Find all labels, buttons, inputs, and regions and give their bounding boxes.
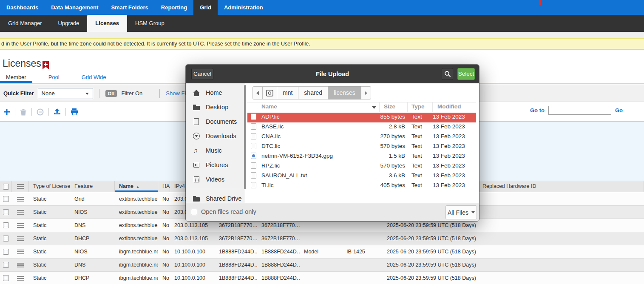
top-nav-item[interactable]: Grid [193,0,218,15]
file-name: netmri-VM-6152-F3D34.gpg [261,153,333,159]
top-nav-item[interactable]: Administration [218,0,270,15]
read-only-checkbox[interactable] [191,209,197,215]
hamburger-icon[interactable] [17,250,24,254]
cell-type-of-license: Static [29,272,70,284]
column-header-name[interactable]: Name▲ [115,181,158,192]
column-header-type[interactable]: Type of License [29,181,70,192]
table-toolbar [0,102,78,121]
upload-button[interactable] [54,108,61,115]
file-modified: 13 Feb 2023 [433,123,462,130]
license-view-tab[interactable]: Member [0,72,32,83]
breadcrumb-drive-button[interactable] [262,86,277,99]
breadcrumb-back-button[interactable] [252,86,263,99]
bookmark-icon[interactable] [43,61,49,71]
sub-nav-item[interactable]: Licenses [87,15,127,32]
table-row[interactable]: Static NIOS ibgm.techblue.net No 10.100.… [0,245,644,258]
sidebar-place-item[interactable]: Music [186,143,245,158]
file-column-modified[interactable]: Modified [437,103,461,110]
divider [99,89,99,98]
sort-ascending-icon: ▲ [136,185,139,189]
file-name: BASE.lic [261,123,284,130]
top-navigation: Dashboards Data Management Smart Folders… [0,0,644,15]
cell-name: extibns.techblue.n… [115,219,158,232]
column-header-replaced[interactable]: Replaced Hardware ID [478,181,644,192]
quick-filter-select[interactable]: None [38,88,93,99]
row-checkbox[interactable] [3,275,9,281]
file-size: 570 bytes [380,143,405,149]
row-checkbox[interactable] [3,236,9,241]
top-nav-item[interactable]: Smart Folders [105,0,154,15]
go-button[interactable]: Go [615,107,623,114]
file-row[interactable]: DTC.lic 570 bytes Text 13 Feb 2023 [247,142,476,152]
hamburger-icon[interactable] [17,184,24,189]
hamburger-icon[interactable] [17,210,24,215]
cancel-button[interactable]: Cancel [191,68,213,80]
sidebar-scrollbar[interactable] [244,85,246,189]
license-view-tab[interactable]: Grid Wide [76,72,112,83]
file-column-size[interactable]: Size [384,103,395,110]
license-view-tab[interactable]: Pool [43,72,65,83]
sidebar-place-item[interactable]: Downloads [186,129,245,143]
sub-nav-item[interactable]: HSM Group [127,15,173,32]
row-checkbox[interactable] [3,209,9,215]
cell-replaced-hardware-id [478,272,644,284]
hamburger-icon[interactable] [17,263,24,267]
sidebar-place-item[interactable]: Pictures [186,158,245,172]
row-checkbox[interactable] [3,222,9,228]
table-row[interactable]: Static DHCP ibgm.techblue.net No 10.100.… [0,272,644,284]
column-header-feature[interactable]: Feature [70,181,115,192]
minus-circle-icon [37,108,44,116]
search-button[interactable] [442,68,453,80]
cell-hardware-id-2: 1B888FD244D… [257,258,300,271]
select-button[interactable]: Select [457,68,475,80]
breadcrumb-forward-button[interactable] [361,86,371,99]
breadcrumb-segment[interactable]: shared [298,86,328,99]
column-header-ha[interactable]: HA [158,181,170,192]
file-row[interactable]: TI.lic 405 bytes Text 13 Feb 2023 [247,181,476,191]
sidebar-place-item[interactable]: Desktop [186,100,245,114]
file-row[interactable]: netmri-VM-6152-F3D34.gpg 1.5 kB Text 13 … [247,152,476,162]
hamburger-icon[interactable] [17,276,24,281]
sub-nav-item[interactable]: Upgrade [50,15,87,32]
desktop-icon [193,104,200,111]
file-row[interactable]: RPZ.lic 570 bytes Text 13 Feb 2023 [247,162,476,171]
sidebar-place-item[interactable]: Videos [186,172,245,187]
top-nav-item[interactable]: Dashboards [0,0,45,15]
sub-nav-item[interactable]: Grid Manager [0,15,50,32]
file-row[interactable]: CNA.lic 270 bytes Text 13 Feb 2023 [247,132,476,142]
select-all-checkbox[interactable] [3,184,9,190]
filter-toggle-badge[interactable]: Off [105,90,117,97]
row-checkbox[interactable] [3,249,9,255]
file-type: Text [411,162,422,169]
file-row[interactable]: ADP.lic 855 bytes Text 13 Feb 2023 [247,113,476,122]
file-type: Text [411,133,422,139]
cell-hardware-id: 1B888FD244D… [215,245,257,258]
table-row[interactable]: Static DHCP extibns.techblue.n… No 203.0… [0,232,644,245]
add-button[interactable] [3,108,10,115]
delete-button[interactable] [20,108,27,116]
hamburger-icon[interactable] [17,197,24,202]
sidebar-place-item[interactable]: Documents [186,114,245,129]
hamburger-icon[interactable] [17,223,24,228]
print-button[interactable] [71,108,78,115]
hamburger-icon[interactable] [17,236,24,241]
row-select-cell [0,219,12,232]
table-row[interactable]: Static DNS ibgm.techblue.net No 10.100.0… [0,258,644,272]
cell-hardware-id: 3672B18F770… [215,232,257,245]
row-checkbox[interactable] [3,196,9,202]
top-nav-item[interactable]: Reporting [155,0,193,15]
goto-input[interactable] [548,106,611,115]
breadcrumb-segment[interactable]: mnt [277,86,298,99]
file-row[interactable]: BASE.lic 2.8 kB Text 13 Feb 2023 [247,122,476,132]
file-filter-dropdown[interactable]: All Files [445,205,477,219]
cell-ha: No [158,245,170,258]
file-column-name[interactable]: Name [261,103,277,110]
breadcrumb-segment[interactable]: licenses [328,86,361,99]
file-column-type[interactable]: Type [411,103,425,110]
file-row[interactable]: SAURON_ALL.txt 3.6 kB Text 13 Feb 2023 [247,171,476,181]
sidebar-place-label: Music [206,147,222,154]
sidebar-place-item[interactable]: Home [186,85,245,100]
top-nav-item[interactable]: Data Management [45,0,105,15]
remove-button[interactable] [37,108,44,116]
row-checkbox[interactable] [3,262,9,268]
